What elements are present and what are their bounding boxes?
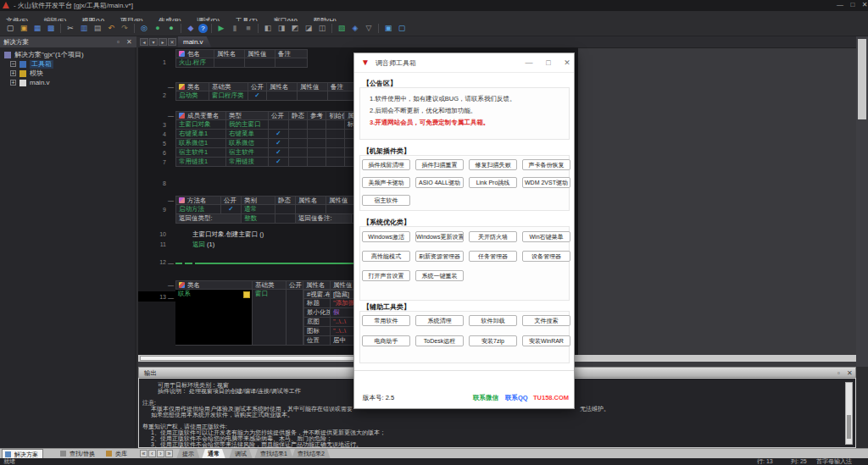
paste-icon[interactable]: ▤ [92, 23, 103, 34]
pause-icon[interactable]: ▮ [229, 23, 241, 34]
copy-icon[interactable]: ▥ [78, 23, 90, 34]
btn-fix-scan-failure[interactable]: 修复扫描失败 [469, 159, 517, 170]
member-row-cell[interactable] [326, 120, 345, 130]
dialog-maximize-button[interactable]: □ [542, 57, 555, 69]
stop-icon[interactable]: ■ [242, 23, 254, 34]
cell[interactable] [298, 91, 328, 101]
dialog-minimize-button[interactable]: — [522, 57, 536, 69]
member-row-cell[interactable] [308, 158, 326, 167]
edit-icon[interactable] [243, 291, 250, 298]
base-class-cell[interactable]: 窗口 [253, 290, 287, 346]
prop-name[interactable]: #视窗.布局 [303, 290, 331, 299]
method-public-check[interactable]: ✓ [221, 205, 242, 214]
class-name-cell[interactable]: 启动类 [175, 91, 209, 101]
output-vertical-scrollbar[interactable] [845, 382, 853, 445]
save-icon[interactable]: ▦ [31, 23, 43, 34]
cell[interactable] [326, 205, 357, 214]
redo-icon[interactable]: ↷ [119, 23, 131, 34]
btn-install-winrar[interactable]: 安装WinRAR [522, 335, 570, 346]
collapse-marker[interactable]: — [168, 281, 174, 289]
btn-system-clean[interactable]: 系统清理 [415, 315, 464, 326]
member-row-cell[interactable] [308, 120, 326, 130]
contact-wechat-link[interactable]: 联系微信 [473, 394, 498, 402]
export-icon[interactable]: ▽ [363, 23, 375, 34]
undo-icon[interactable]: ↶ [105, 23, 117, 34]
rebuild-icon[interactable]: ◨ [275, 23, 287, 34]
tab-next-icon[interactable]: ▸ [159, 38, 167, 46]
tab-solution[interactable]: 解决方案 [2, 449, 43, 458]
window-minimize-button[interactable]: — [834, 0, 846, 10]
btn-windows-activate[interactable]: Windows激活 [362, 231, 410, 242]
btn-open-sound-settings[interactable]: 打开声音设置 [362, 270, 410, 281]
navigate-back-icon[interactable]: ● [152, 23, 164, 34]
tab-class-library[interactable]: 类库 [103, 449, 131, 458]
cell[interactable] [275, 58, 308, 68]
method-name-cell[interactable]: 启动方法 [175, 205, 221, 214]
btn-device-manager[interactable]: 设备管理器 [522, 251, 570, 262]
resource-view-icon[interactable]: ▧ [336, 23, 348, 34]
collapse-marker[interactable]: — [168, 259, 174, 267]
member-row-cell[interactable]: 右键菜单 [226, 130, 269, 139]
output-tab-first-icon[interactable]: « [140, 450, 147, 457]
cell[interactable] [328, 91, 355, 101]
cell[interactable] [267, 91, 298, 101]
member-row-cell[interactable]: 常用链接 [226, 158, 269, 167]
help-icon[interactable]: ? [198, 24, 208, 33]
expand-box-icon[interactable]: + [10, 70, 16, 76]
prop-name[interactable]: 底图 [303, 318, 331, 327]
member-row-cell[interactable]: ✓ [269, 148, 289, 158]
btn-software-uninstall[interactable]: 软件卸载 [469, 315, 517, 326]
btn-high-performance[interactable]: 高性能模式 [362, 251, 410, 262]
window-layout-1-icon[interactable]: ▣ [382, 23, 394, 34]
member-row-cell[interactable] [289, 130, 308, 139]
member-row-cell[interactable]: 宿主软件1 [175, 148, 226, 158]
pin-icon[interactable]: ▫ [117, 36, 120, 47]
member-row-cell[interactable]: 主窗口对象 [175, 120, 226, 130]
tab-close-icon[interactable]: ✕ [168, 38, 176, 46]
btn-todesk-remote[interactable]: ToDesk远程 [415, 335, 464, 346]
package-name-cell[interactable]: 火山.程序 [175, 58, 214, 68]
prop-name[interactable]: 最小化按钮 [303, 308, 331, 318]
btn-file-search[interactable]: 文件搜索 [522, 315, 570, 326]
contact-qq-link[interactable]: 联系QQ [505, 394, 528, 402]
dialog-close-button[interactable]: ✕ [560, 57, 574, 69]
member-row-cell[interactable] [289, 120, 308, 130]
collapse-marker[interactable]: — [168, 112, 174, 119]
prop-name[interactable]: 标题 [303, 299, 331, 308]
member-row-cell[interactable]: 联系微信 [226, 139, 269, 148]
member-row-cell[interactable]: ✓ [269, 158, 289, 167]
btn-common-software[interactable]: 常用软件 [362, 315, 410, 326]
output-tab-last-icon[interactable]: » [165, 450, 173, 457]
window-maximize-button[interactable]: □ [847, 0, 859, 10]
output-tab-next-icon[interactable]: › [157, 450, 164, 457]
btn-task-manager[interactable]: 任务管理器 [469, 251, 517, 262]
cell[interactable] [245, 58, 275, 68]
btn-plugin-scan-reset[interactable]: 插件扫描重置 [415, 159, 464, 170]
member-row-cell[interactable] [308, 139, 326, 148]
member-row-cell[interactable]: 常用链接1 [175, 158, 226, 167]
btn-refresh-explorer[interactable]: 刷新资源管理器 [415, 251, 464, 262]
cell[interactable] [275, 214, 296, 224]
code-line-create-window[interactable]: 主窗口对象.创建主窗口 () [192, 230, 264, 239]
editor-vertical-scrollbar[interactable] [856, 36, 868, 367]
member-row-cell[interactable]: ✓ [269, 130, 289, 139]
package-icon[interactable]: ◆ [185, 23, 197, 34]
btn-ecommerce-assistant[interactable]: 电商助手 [362, 335, 410, 346]
member-row-cell[interactable] [289, 139, 308, 148]
tab-prev-icon[interactable]: ◂ [140, 38, 148, 46]
window-layout-2-icon[interactable]: ▢ [396, 23, 408, 34]
vscroll-thumb[interactable] [858, 39, 866, 119]
btn-soundcard-backup[interactable]: 声卡备份恢复 [522, 159, 570, 170]
btn-install-7zip[interactable]: 安装7zip [469, 335, 517, 346]
member-row-cell[interactable] [308, 148, 326, 158]
cut-icon[interactable]: ✂ [64, 23, 76, 34]
btn-windows-update[interactable]: Windows更新设置 [415, 231, 464, 242]
member-row-cell[interactable]: 右键菜单1 [175, 130, 226, 139]
batch-build-icon[interactable]: ◫ [316, 23, 328, 34]
member-row-cell[interactable]: ✓ [269, 139, 289, 148]
tab-list-icon[interactable]: ▾ [149, 38, 158, 46]
output-vscroll-thumb[interactable] [847, 415, 851, 439]
new-file-icon[interactable]: ▢ [4, 23, 16, 34]
method-category-cell[interactable]: 通常 [242, 205, 275, 214]
cell[interactable] [287, 290, 303, 346]
